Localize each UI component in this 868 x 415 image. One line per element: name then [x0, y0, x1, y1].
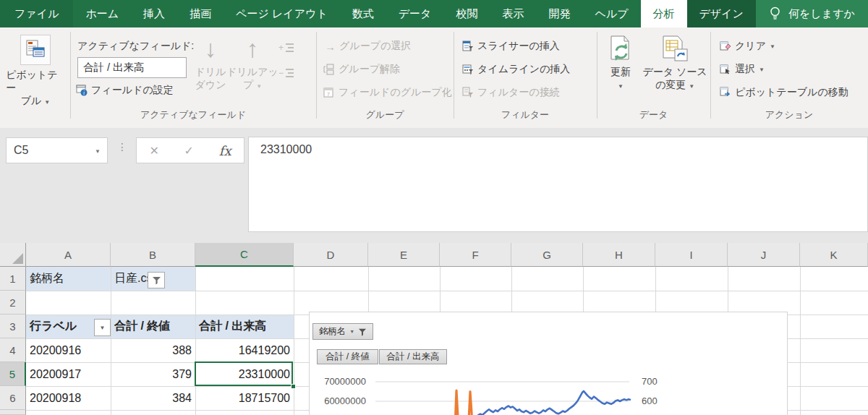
name-box-dropdown-icon[interactable]: ▼: [95, 148, 101, 155]
row-header-3[interactable]: 3: [0, 315, 26, 338]
svg-text:i: i: [83, 90, 85, 96]
group-separator: [454, 32, 454, 119]
gridline: [294, 267, 294, 415]
select-all-triangle-icon: [12, 253, 23, 264]
column-header-D[interactable]: D: [294, 243, 368, 267]
cell-B5[interactable]: 379: [111, 362, 195, 386]
column-header-A[interactable]: A: [26, 243, 111, 267]
pivottable-button-label-line1: ピボットテー: [6, 68, 65, 94]
name-box-value: C5: [14, 144, 28, 157]
select-label: 選択: [735, 63, 755, 76]
group-group-label: グループ: [316, 108, 454, 121]
column-header-H[interactable]: H: [583, 243, 655, 267]
refresh-label: 更新: [610, 65, 631, 78]
group-separator: [710, 32, 711, 119]
cell-A4[interactable]: 20200916: [26, 338, 111, 362]
actions-group-label: アクション: [710, 108, 868, 121]
clear-button[interactable]: クリア ▼: [720, 40, 775, 53]
filter-connections-label: フィルターの接続: [477, 86, 560, 99]
tab-ホーム[interactable]: ホーム: [73, 0, 131, 27]
row-header-5[interactable]: 5: [0, 362, 26, 386]
formula-buttons: ✕ ✓ fx: [136, 137, 244, 163]
cell-B6[interactable]: 384: [111, 386, 195, 410]
report-filter-button[interactable]: [148, 272, 165, 288]
name-box[interactable]: C5 ▼: [6, 137, 108, 163]
select-all-corner[interactable]: [0, 243, 26, 267]
tab-描画[interactable]: 描画: [177, 0, 224, 27]
pivot-chart[interactable]: 銘柄名▼合計 / 終値合計 / 出来高700000006000000050000…: [309, 312, 788, 415]
cell-C6[interactable]: 18715700: [195, 386, 294, 410]
active-field-input[interactable]: 合計 / 出来高: [77, 57, 187, 78]
row-label-dropdown-button[interactable]: ▼: [94, 319, 111, 336]
cell-B4[interactable]: 388: [111, 338, 195, 362]
pivottable-button[interactable]: ピボットテー ブル ▼: [6, 35, 65, 109]
gridline: [26, 291, 868, 291]
column-header-E[interactable]: E: [368, 243, 440, 267]
tab-校閲[interactable]: 校閲: [443, 0, 490, 27]
formula-input[interactable]: 23310000: [248, 137, 868, 232]
drill-up-arrow-icon: ↑: [247, 36, 259, 61]
cell-C3[interactable]: 合計 / 出来高: [195, 315, 294, 338]
svg-text:−: −: [278, 68, 284, 78]
column-header-J[interactable]: J: [728, 243, 800, 267]
select-button[interactable]: 選択 ▼: [720, 63, 765, 76]
cell-C4[interactable]: 16419200: [195, 338, 294, 362]
column-header-C[interactable]: C: [195, 243, 294, 267]
tab-開発[interactable]: 開発: [536, 0, 582, 27]
column-header-K[interactable]: K: [800, 243, 868, 267]
row-header-1[interactable]: 1: [0, 267, 26, 291]
active-field-caption: アクティブなフィールド:: [77, 40, 194, 53]
group-selection-button: → グループの選択: [325, 40, 411, 53]
insert-timeline-button[interactable]: タイムラインの挿入: [462, 63, 570, 76]
row-header-6[interactable]: 6: [0, 386, 26, 410]
cell-A1[interactable]: 銘柄名: [26, 267, 111, 291]
column-header-F[interactable]: F: [440, 243, 511, 267]
tab-表示[interactable]: 表示: [490, 0, 536, 27]
drill-up-button: ↑ ドリルアッ プ ▼: [231, 36, 273, 93]
expand-field-button: +: [278, 42, 294, 56]
cell-A5[interactable]: 20200917: [26, 362, 111, 386]
tab-デザイン[interactable]: デザイン: [687, 0, 756, 27]
formula-bar: C5 ▼ ⋮ ✕ ✓ fx 23310000: [0, 128, 868, 243]
cell-B3[interactable]: 合計 / 終値: [111, 315, 195, 338]
change-data-source-button[interactable]: データ ソース の変更 ▼: [642, 35, 707, 93]
filter-connections-icon: [462, 87, 474, 98]
tab-数式[interactable]: 数式: [340, 0, 386, 27]
close-price-series-line: [472, 391, 630, 415]
row-header-2[interactable]: 2: [0, 291, 26, 315]
refresh-button[interactable]: 更新 ▼: [602, 35, 639, 93]
column-header-I[interactable]: I: [655, 243, 728, 267]
tab-分析[interactable]: 分析: [641, 0, 687, 27]
formula-bar-divider-dots-icon: ⋮: [117, 145, 127, 149]
move-pivottable-button[interactable]: ピボットテーブルの移動: [720, 86, 848, 99]
insert-slicer-label: スライサーの挿入: [477, 40, 560, 53]
selection-fill-handle[interactable]: [291, 384, 296, 389]
tab-データ[interactable]: データ: [386, 0, 444, 27]
tab-ページ レイアウト[interactable]: ページ レイアウト: [224, 0, 340, 27]
tab-ヘルプ[interactable]: ヘルプ: [582, 0, 640, 27]
formula-value: 23310000: [260, 143, 312, 155]
dropdown-arrow-icon: ▼: [44, 99, 50, 106]
active-field-value: 合計 / 出来高: [83, 61, 145, 74]
pivottable-icon: [20, 35, 51, 65]
gridline: [800, 267, 801, 415]
move-pivottable-label: ピボットテーブルの移動: [735, 86, 848, 99]
drill-up-label-line2: プ: [243, 79, 253, 90]
tell-me-box[interactable]: 何をしますか: [756, 0, 868, 27]
row-header-4[interactable]: 4: [0, 338, 26, 362]
ungroup-button: グループ解除: [323, 63, 400, 76]
dropdown-arrow-icon: ▼: [618, 80, 624, 93]
funnel-filter-icon: [152, 275, 161, 285]
tab-挿入[interactable]: 挿入: [131, 0, 177, 27]
tab-file[interactable]: ファイル: [0, 0, 73, 27]
move-pivottable-icon: [720, 87, 731, 98]
field-settings-button[interactable]: i フィールドの設定: [76, 84, 174, 97]
lightbulb-icon: [769, 6, 781, 22]
row-header-7[interactable]: [0, 410, 26, 415]
column-header-G[interactable]: G: [511, 243, 583, 267]
drill-down-label-line1: ドリル: [195, 65, 226, 78]
column-header-B[interactable]: B: [111, 243, 195, 267]
cell-A6[interactable]: 20200918: [26, 386, 111, 410]
insert-function-icon[interactable]: fx: [219, 143, 231, 158]
insert-slicer-button[interactable]: スライサーの挿入: [462, 40, 560, 53]
